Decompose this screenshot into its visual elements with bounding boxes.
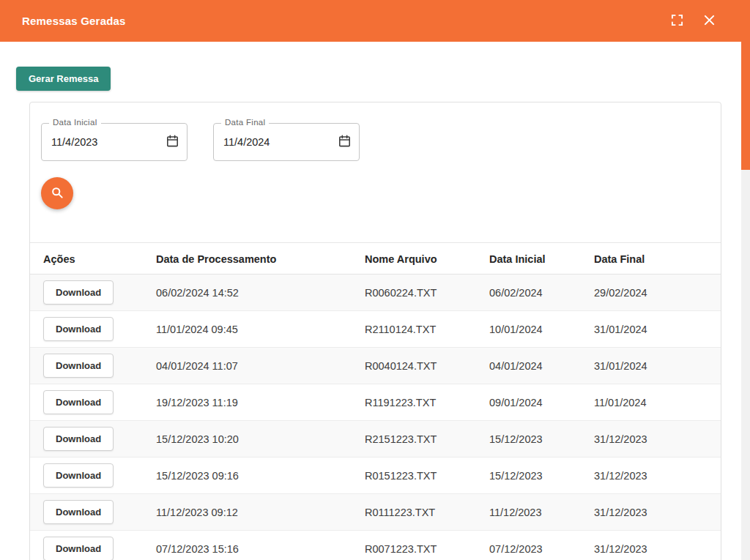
- cell-actions: Download: [30, 531, 156, 560]
- cell-file-name: R2151223.TXT: [365, 421, 489, 458]
- table-row: Download 04/01/2024 11:07 R0040124.TXT 0…: [30, 348, 721, 384]
- table-row: Download 07/12/2023 15:16 R0071223.TXT 0…: [30, 531, 721, 560]
- end-date-field: Data Final: [213, 123, 360, 161]
- dialog-header: Remessas Geradas: [0, 0, 750, 42]
- cell-start-date: 09/01/2024: [489, 384, 594, 421]
- search-icon: [50, 185, 64, 202]
- download-button[interactable]: Download: [43, 463, 114, 488]
- cell-file-name: R0151223.TXT: [365, 458, 489, 494]
- content-card: Data Inicial Da: [29, 102, 721, 560]
- cell-processed-at: 06/02/2024 14:52: [156, 275, 365, 311]
- cell-file-name: R0111223.TXT: [365, 494, 489, 531]
- remessas-table: Ações Data de Processamento Nome Arquivo…: [30, 243, 721, 560]
- header-acoes: Ações: [30, 243, 156, 275]
- download-button[interactable]: Download: [43, 390, 114, 414]
- cell-processed-at: 04/01/2024 11:07: [156, 348, 365, 384]
- table-row: Download 15/12/2023 09:16 R0151223.TXT 1…: [30, 458, 721, 494]
- generate-remessa-button[interactable]: Gerar Remessa: [16, 67, 111, 91]
- cell-processed-at: 11/01/2024 09:45: [156, 311, 365, 348]
- cell-actions: Download: [30, 421, 156, 458]
- calendar-icon: [338, 134, 352, 150]
- table-row: Download 15/12/2023 10:20 R2151223.TXT 1…: [30, 421, 721, 458]
- cell-start-date: 04/01/2024: [489, 348, 594, 384]
- cell-processed-at: 11/12/2023 09:12: [156, 494, 365, 531]
- start-date-calendar-button[interactable]: [166, 134, 179, 150]
- cell-end-date: 31/12/2023: [594, 421, 721, 458]
- cell-actions: Download: [30, 384, 156, 421]
- cell-start-date: 11/12/2023: [489, 494, 594, 531]
- cell-file-name: R0040124.TXT: [365, 348, 489, 384]
- cell-start-date: 07/12/2023: [489, 531, 594, 560]
- cell-end-date: 31/12/2023: [594, 458, 721, 494]
- cell-actions: Download: [30, 348, 156, 384]
- start-date-input[interactable]: [51, 136, 146, 148]
- end-date-label: Data Final: [221, 118, 269, 127]
- table-row: Download 06/02/2024 14:52 R0060224.TXT 0…: [30, 275, 721, 311]
- cell-end-date: 29/02/2024: [594, 275, 721, 311]
- dialog-body: Gerar Remessa Data Inicial: [0, 42, 750, 560]
- cell-start-date: 10/01/2024: [489, 311, 594, 348]
- cell-end-date: 31/12/2023: [594, 531, 721, 560]
- download-button[interactable]: Download: [43, 537, 114, 560]
- cell-actions: Download: [30, 311, 156, 348]
- cell-processed-at: 19/12/2023 11:19: [156, 384, 365, 421]
- end-date-calendar-button[interactable]: [338, 134, 352, 150]
- header-data-inicial: Data Inicial: [489, 243, 594, 275]
- cell-actions: Download: [30, 275, 156, 311]
- cell-file-name: R0071223.TXT: [365, 531, 489, 560]
- cell-actions: Download: [30, 494, 156, 531]
- cell-processed-at: 15/12/2023 09:16: [156, 458, 365, 494]
- scrollbar-track[interactable]: [741, 0, 750, 560]
- header-controls: [669, 12, 732, 30]
- search-button[interactable]: [41, 177, 73, 209]
- cell-end-date: 11/01/2024: [594, 384, 721, 421]
- cell-file-name: R0060224.TXT: [365, 275, 489, 311]
- calendar-icon: [166, 134, 179, 150]
- download-button[interactable]: Download: [43, 280, 114, 305]
- download-button[interactable]: Download: [43, 500, 114, 524]
- scrollbar-thumb[interactable]: [741, 0, 750, 170]
- cell-file-name: R1191223.TXT: [365, 384, 489, 421]
- cell-end-date: 31/12/2023: [594, 494, 721, 531]
- header-data-final: Data Final: [594, 243, 721, 275]
- header-data-processamento: Data de Processamento: [156, 243, 365, 275]
- cell-start-date: 15/12/2023: [489, 458, 594, 494]
- close-button[interactable]: [702, 13, 716, 29]
- maximize-icon: [671, 14, 683, 29]
- start-date-field: Data Inicial: [41, 123, 188, 161]
- cell-start-date: 15/12/2023: [489, 421, 594, 458]
- header-nome-arquivo: Nome Arquivo: [365, 243, 489, 275]
- maximize-button[interactable]: [669, 12, 685, 30]
- cell-start-date: 06/02/2024: [489, 275, 594, 311]
- download-button[interactable]: Download: [43, 427, 114, 451]
- download-button[interactable]: Download: [43, 317, 114, 341]
- table-row: Download 11/12/2023 09:12 R0111223.TXT 1…: [30, 494, 721, 531]
- cell-processed-at: 07/12/2023 15:16: [156, 531, 365, 560]
- start-date-label: Data Inicial: [49, 118, 101, 127]
- table-header-row: Ações Data de Processamento Nome Arquivo…: [30, 243, 721, 275]
- download-button[interactable]: Download: [43, 354, 114, 378]
- cell-end-date: 31/01/2024: [594, 311, 721, 348]
- close-icon: [704, 15, 715, 28]
- cell-processed-at: 15/12/2023 10:20: [156, 421, 365, 458]
- table-row: Download 11/01/2024 09:45 R2110124.TXT 1…: [30, 311, 721, 348]
- table-body: Download 06/02/2024 14:52 R0060224.TXT 0…: [30, 275, 721, 560]
- end-date-input[interactable]: [223, 136, 319, 148]
- cell-file-name: R2110124.TXT: [365, 311, 489, 348]
- cell-actions: Download: [30, 458, 156, 494]
- table-row: Download 19/12/2023 11:19 R1191223.TXT 0…: [30, 384, 721, 421]
- cell-end-date: 31/01/2024: [594, 348, 721, 384]
- dialog-title: Remessas Geradas: [22, 15, 126, 27]
- filter-section: Data Inicial Da: [30, 102, 721, 243]
